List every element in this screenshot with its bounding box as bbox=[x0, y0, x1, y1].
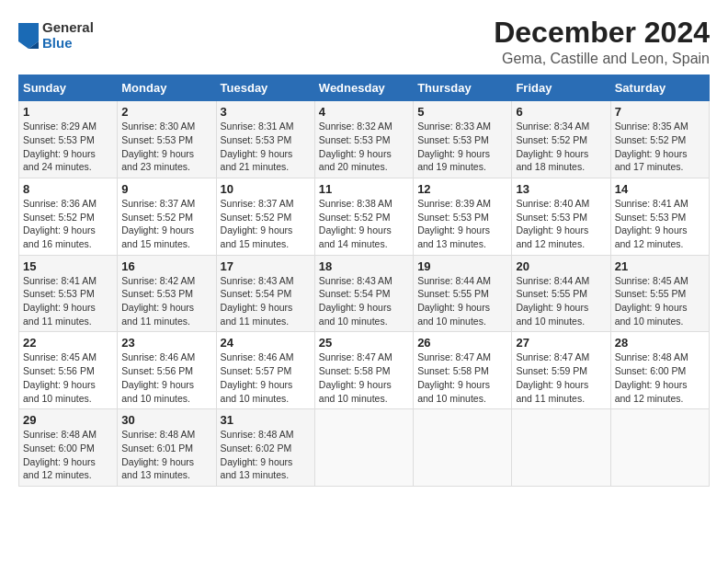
day-number: 13 bbox=[516, 182, 606, 196]
day-detail: Sunrise: 8:41 AMSunset: 5:53 PMDaylight:… bbox=[23, 274, 113, 328]
day-detail: Sunrise: 8:30 AMSunset: 5:53 PMDaylight:… bbox=[121, 120, 211, 174]
day-detail: Sunrise: 8:37 AMSunset: 5:52 PMDaylight:… bbox=[121, 197, 211, 251]
calendar-cell: 14Sunrise: 8:41 AMSunset: 5:53 PMDayligh… bbox=[610, 178, 709, 255]
day-number: 19 bbox=[417, 259, 507, 273]
day-detail: Sunrise: 8:29 AMSunset: 5:53 PMDaylight:… bbox=[23, 120, 113, 174]
day-number: 4 bbox=[319, 105, 409, 119]
day-detail: Sunrise: 8:45 AMSunset: 5:56 PMDaylight:… bbox=[23, 350, 113, 405]
calendar-cell: 29Sunrise: 8:48 AMSunset: 6:00 PMDayligh… bbox=[19, 409, 118, 487]
day-number: 26 bbox=[417, 336, 507, 350]
calendar-week-1: 1Sunrise: 8:29 AMSunset: 5:53 PMDaylight… bbox=[19, 101, 710, 178]
day-number: 24 bbox=[221, 336, 311, 350]
page: General Blue December 2024 Gema, Castill… bbox=[0, 0, 728, 498]
day-detail: Sunrise: 8:45 AMSunset: 5:55 PMDaylight:… bbox=[615, 274, 705, 328]
day-number: 12 bbox=[417, 182, 507, 196]
day-number: 14 bbox=[615, 182, 705, 196]
day-number: 10 bbox=[221, 182, 311, 196]
day-detail: Sunrise: 8:31 AMSunset: 5:53 PMDaylight:… bbox=[221, 120, 311, 174]
day-detail: Sunrise: 8:48 AMSunset: 6:01 PMDaylight:… bbox=[121, 428, 211, 482]
col-monday: Monday bbox=[118, 75, 216, 101]
day-number: 29 bbox=[23, 413, 113, 427]
calendar-cell: 22Sunrise: 8:45 AMSunset: 5:56 PMDayligh… bbox=[19, 332, 118, 409]
calendar-cell: 17Sunrise: 8:43 AMSunset: 5:54 PMDayligh… bbox=[216, 255, 314, 332]
logo-blue-text: Blue bbox=[42, 36, 94, 52]
col-tuesday: Tuesday bbox=[216, 75, 314, 101]
day-number: 9 bbox=[121, 182, 211, 196]
day-detail: Sunrise: 8:38 AMSunset: 5:52 PMDaylight:… bbox=[319, 197, 409, 251]
day-number: 18 bbox=[319, 259, 409, 273]
day-number: 22 bbox=[23, 336, 113, 350]
day-detail: Sunrise: 8:41 AMSunset: 5:53 PMDaylight:… bbox=[615, 197, 705, 251]
calendar-cell: 21Sunrise: 8:45 AMSunset: 5:55 PMDayligh… bbox=[610, 255, 709, 332]
calendar-cell: 19Sunrise: 8:44 AMSunset: 5:55 PMDayligh… bbox=[414, 255, 512, 332]
day-detail: Sunrise: 8:39 AMSunset: 5:53 PMDaylight:… bbox=[417, 197, 507, 251]
calendar-cell: 4Sunrise: 8:32 AMSunset: 5:53 PMDaylight… bbox=[314, 101, 413, 178]
day-detail: Sunrise: 8:46 AMSunset: 5:56 PMDaylight:… bbox=[121, 350, 211, 405]
day-number: 31 bbox=[221, 413, 311, 427]
day-detail: Sunrise: 8:43 AMSunset: 5:54 PMDaylight:… bbox=[319, 274, 409, 328]
calendar-cell bbox=[414, 409, 512, 487]
day-detail: Sunrise: 8:36 AMSunset: 5:52 PMDaylight:… bbox=[23, 197, 113, 251]
calendar-header: Sunday Monday Tuesday Wednesday Thursday… bbox=[19, 75, 710, 101]
calendar-cell: 10Sunrise: 8:37 AMSunset: 5:52 PMDayligh… bbox=[216, 178, 314, 255]
day-detail: Sunrise: 8:48 AMSunset: 6:00 PMDaylight:… bbox=[23, 428, 113, 482]
day-detail: Sunrise: 8:32 AMSunset: 5:53 PMDaylight:… bbox=[319, 120, 409, 174]
logo-icon bbox=[18, 23, 39, 49]
day-number: 3 bbox=[221, 105, 311, 119]
day-number: 8 bbox=[23, 182, 113, 196]
col-wednesday: Wednesday bbox=[314, 75, 413, 101]
subtitle: Gema, Castille and Leon, Spain bbox=[494, 51, 710, 67]
header-row: Sunday Monday Tuesday Wednesday Thursday… bbox=[19, 75, 710, 101]
day-detail: Sunrise: 8:34 AMSunset: 5:52 PMDaylight:… bbox=[516, 120, 606, 174]
calendar-cell: 9Sunrise: 8:37 AMSunset: 5:52 PMDaylight… bbox=[118, 178, 216, 255]
header: General Blue December 2024 Gema, Castill… bbox=[18, 17, 710, 67]
day-detail: Sunrise: 8:48 AMSunset: 6:00 PMDaylight:… bbox=[615, 350, 705, 405]
calendar-cell: 18Sunrise: 8:43 AMSunset: 5:54 PMDayligh… bbox=[314, 255, 413, 332]
day-number: 1 bbox=[23, 105, 113, 119]
calendar-cell: 6Sunrise: 8:34 AMSunset: 5:52 PMDaylight… bbox=[512, 101, 610, 178]
day-number: 17 bbox=[221, 259, 311, 273]
calendar-cell: 13Sunrise: 8:40 AMSunset: 5:53 PMDayligh… bbox=[512, 178, 610, 255]
calendar-cell: 2Sunrise: 8:30 AMSunset: 5:53 PMDaylight… bbox=[118, 101, 216, 178]
title-block: December 2024 Gema, Castille and Leon, S… bbox=[494, 17, 710, 67]
calendar-cell: 20Sunrise: 8:44 AMSunset: 5:55 PMDayligh… bbox=[512, 255, 610, 332]
day-detail: Sunrise: 8:46 AMSunset: 5:57 PMDaylight:… bbox=[221, 350, 311, 405]
calendar-cell: 26Sunrise: 8:47 AMSunset: 5:58 PMDayligh… bbox=[414, 332, 512, 409]
calendar-cell: 28Sunrise: 8:48 AMSunset: 6:00 PMDayligh… bbox=[610, 332, 709, 409]
calendar-cell: 15Sunrise: 8:41 AMSunset: 5:53 PMDayligh… bbox=[19, 255, 118, 332]
calendar-cell: 11Sunrise: 8:38 AMSunset: 5:52 PMDayligh… bbox=[314, 178, 413, 255]
calendar-cell: 23Sunrise: 8:46 AMSunset: 5:56 PMDayligh… bbox=[118, 332, 216, 409]
calendar-cell: 27Sunrise: 8:47 AMSunset: 5:59 PMDayligh… bbox=[512, 332, 610, 409]
calendar-cell: 8Sunrise: 8:36 AMSunset: 5:52 PMDaylight… bbox=[19, 178, 118, 255]
day-number: 16 bbox=[121, 259, 211, 273]
main-title: December 2024 bbox=[494, 17, 710, 49]
calendar-cell: 25Sunrise: 8:47 AMSunset: 5:58 PMDayligh… bbox=[314, 332, 413, 409]
calendar-cell bbox=[512, 409, 610, 487]
col-sunday: Sunday bbox=[19, 75, 118, 101]
day-number: 28 bbox=[615, 336, 705, 350]
calendar-cell: 24Sunrise: 8:46 AMSunset: 5:57 PMDayligh… bbox=[216, 332, 314, 409]
day-detail: Sunrise: 8:47 AMSunset: 5:58 PMDaylight:… bbox=[319, 350, 409, 405]
day-number: 23 bbox=[121, 336, 211, 350]
col-saturday: Saturday bbox=[610, 75, 709, 101]
logo: General Blue bbox=[18, 20, 94, 51]
calendar-week-2: 8Sunrise: 8:36 AMSunset: 5:52 PMDaylight… bbox=[19, 178, 710, 255]
day-number: 6 bbox=[516, 105, 606, 119]
day-detail: Sunrise: 8:42 AMSunset: 5:53 PMDaylight:… bbox=[121, 274, 211, 328]
day-detail: Sunrise: 8:44 AMSunset: 5:55 PMDaylight:… bbox=[516, 274, 606, 328]
day-number: 21 bbox=[615, 259, 705, 273]
day-detail: Sunrise: 8:37 AMSunset: 5:52 PMDaylight:… bbox=[221, 197, 311, 251]
day-number: 2 bbox=[121, 105, 211, 119]
calendar-cell bbox=[314, 409, 413, 487]
day-number: 30 bbox=[121, 413, 211, 427]
day-detail: Sunrise: 8:40 AMSunset: 5:53 PMDaylight:… bbox=[516, 197, 606, 251]
logo-text: General Blue bbox=[42, 20, 94, 51]
day-number: 7 bbox=[615, 105, 705, 119]
day-detail: Sunrise: 8:43 AMSunset: 5:54 PMDaylight:… bbox=[221, 274, 311, 328]
calendar-cell: 1Sunrise: 8:29 AMSunset: 5:53 PMDaylight… bbox=[19, 101, 118, 178]
calendar-cell bbox=[610, 409, 709, 487]
day-detail: Sunrise: 8:47 AMSunset: 5:59 PMDaylight:… bbox=[516, 350, 606, 405]
day-number: 20 bbox=[516, 259, 606, 273]
calendar-cell: 30Sunrise: 8:48 AMSunset: 6:01 PMDayligh… bbox=[118, 409, 216, 487]
day-number: 25 bbox=[319, 336, 409, 350]
